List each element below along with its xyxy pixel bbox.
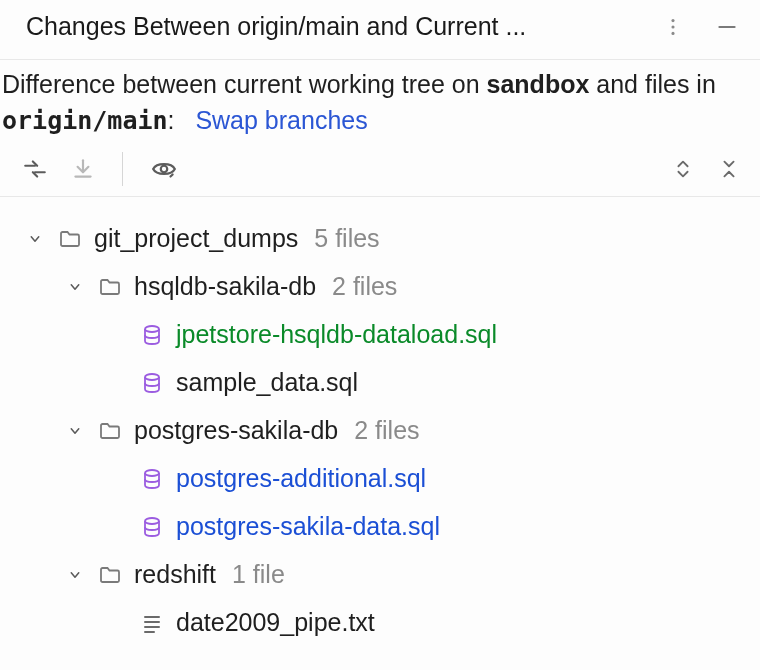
get-from-branch-icon[interactable] — [70, 156, 96, 182]
file-name: postgres-additional.sql — [176, 464, 426, 493]
minimize-icon[interactable] — [714, 14, 740, 40]
chevron-down-icon[interactable] — [64, 422, 86, 440]
file-name: sample_data.sql — [176, 368, 358, 397]
toolbar-separator — [122, 152, 123, 186]
chevron-down-icon[interactable] — [24, 230, 46, 248]
folder-icon — [96, 419, 124, 443]
chevron-down-icon[interactable] — [64, 278, 86, 296]
file-name: date2009_pipe.txt — [176, 608, 375, 637]
db-file-icon — [138, 371, 166, 395]
file-count: 1 file — [232, 560, 285, 589]
diff-description: Difference between current working tree … — [0, 60, 760, 144]
db-file-icon — [138, 323, 166, 347]
tree-file-row[interactable]: date2009_pipe.txt — [0, 599, 760, 647]
chevron-down-icon[interactable] — [64, 566, 86, 584]
folder-icon — [96, 563, 124, 587]
file-count: 5 files — [314, 224, 379, 253]
swap-branches-link[interactable]: Swap branches — [195, 106, 367, 134]
folder-name: hsqldb-sakila-db — [134, 272, 316, 301]
folder-name: git_project_dumps — [94, 224, 298, 253]
tree-file-row[interactable]: jpetstore-hsqldb-dataload.sql — [0, 311, 760, 359]
file-count: 2 files — [332, 272, 397, 301]
diff-desc-middle: and files in — [589, 70, 715, 98]
collapse-all-icon[interactable] — [718, 156, 740, 182]
tree-folder-row[interactable]: git_project_dumps5 files — [0, 215, 760, 263]
tree-file-row[interactable]: sample_data.sql — [0, 359, 760, 407]
file-name: jpetstore-hsqldb-dataload.sql — [176, 320, 497, 349]
folder-icon — [96, 275, 124, 299]
panel-title: Changes Between origin/main and Current … — [26, 12, 662, 41]
tree-folder-row[interactable]: postgres-sakila-db2 files — [0, 407, 760, 455]
diff-desc-prefix: Difference between current working tree … — [2, 70, 487, 98]
txt-file-icon — [138, 611, 166, 635]
tree-folder-row[interactable]: redshift1 file — [0, 551, 760, 599]
more-options-icon[interactable] — [662, 16, 684, 38]
tree-folder-row[interactable]: hsqldb-sakila-db2 files — [0, 263, 760, 311]
folder-name: redshift — [134, 560, 216, 589]
toolbar-right — [672, 156, 740, 182]
panel-header: Changes Between origin/main and Current … — [0, 0, 760, 60]
tree-file-row[interactable]: postgres-additional.sql — [0, 455, 760, 503]
current-branch-name: sandbox — [487, 70, 590, 98]
other-branch-name: origin/main — [2, 106, 168, 135]
preview-diff-icon[interactable] — [149, 156, 179, 182]
db-file-icon — [138, 467, 166, 491]
file-count: 2 files — [354, 416, 419, 445]
swap-icon[interactable] — [22, 156, 48, 182]
diff-toolbar — [0, 144, 760, 197]
panel-header-actions — [662, 14, 740, 40]
db-file-icon — [138, 515, 166, 539]
folder-icon — [56, 227, 84, 251]
tree-file-row[interactable]: postgres-sakila-data.sql — [0, 503, 760, 551]
diff-desc-suffix: : — [168, 106, 175, 134]
changes-tree: git_project_dumps5 fileshsqldb-sakila-db… — [0, 197, 760, 647]
toolbar-left — [22, 152, 179, 186]
folder-name: postgres-sakila-db — [134, 416, 338, 445]
expand-all-icon[interactable] — [672, 156, 694, 182]
file-name: postgres-sakila-data.sql — [176, 512, 440, 541]
